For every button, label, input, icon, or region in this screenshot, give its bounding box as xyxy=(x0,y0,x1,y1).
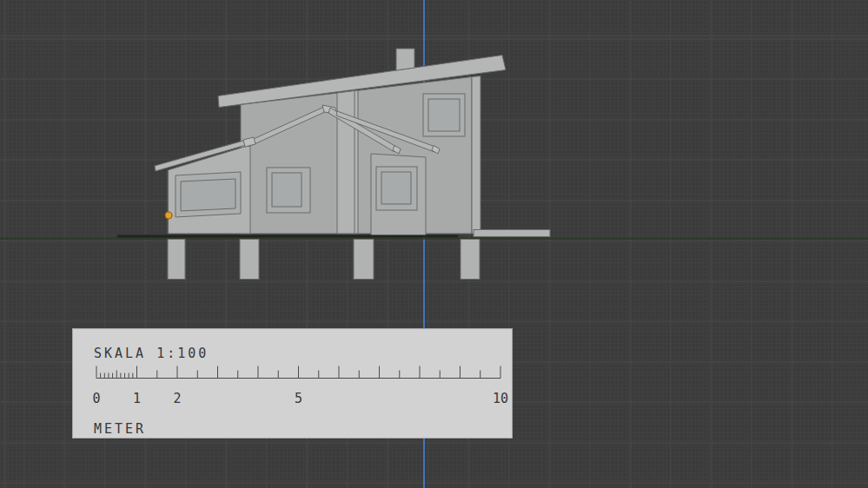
ruler-number: 2 xyxy=(173,391,181,406)
ruler-number: 5 xyxy=(295,391,302,406)
window-top-right[interactable] xyxy=(423,94,465,136)
window-frame-inner xyxy=(272,173,301,207)
window-middle[interactable] xyxy=(267,168,310,213)
ruler-labels: 012510 xyxy=(92,391,508,406)
pier[interactable] xyxy=(354,240,374,280)
window-bumpout[interactable] xyxy=(376,167,417,210)
scale-unit-label: METER xyxy=(94,421,146,437)
window-left[interactable] xyxy=(176,172,241,217)
chimney[interactable] xyxy=(396,49,414,70)
right-wall-cap[interactable] xyxy=(472,76,480,234)
window-frame-inner xyxy=(428,99,460,131)
origin-dot xyxy=(165,212,172,219)
ruler-ticks xyxy=(96,366,500,379)
pier[interactable] xyxy=(168,240,185,280)
pier[interactable] xyxy=(461,240,480,280)
ruler-number: 10 xyxy=(493,391,508,406)
floor-edge-line xyxy=(117,235,458,238)
scale-legend-panel[interactable]: SKALA 1:100 012510 METER xyxy=(72,328,513,439)
foundation-piers[interactable] xyxy=(168,240,480,280)
ruler-number: 0 xyxy=(92,391,100,406)
viewport[interactable]: SKALA 1:100 012510 METER xyxy=(0,0,868,488)
terrace-slab[interactable] xyxy=(474,230,550,237)
window-frame-inner xyxy=(181,179,235,211)
window-frame-inner xyxy=(381,172,411,204)
pier[interactable] xyxy=(240,240,259,280)
house-model[interactable] xyxy=(117,49,550,280)
ruler-number: 1 xyxy=(133,391,141,406)
